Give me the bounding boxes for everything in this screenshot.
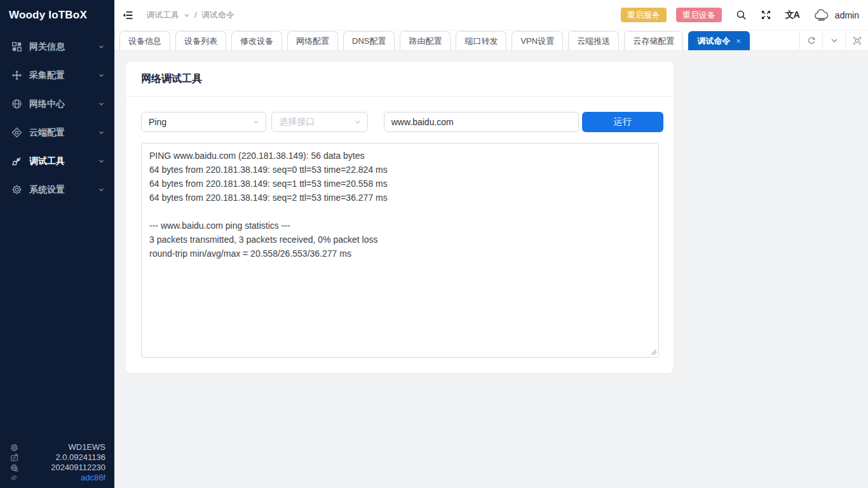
collect-icon (11, 70, 22, 81)
network-icon (11, 98, 22, 109)
sidebar-menu: 网关信息 采集配置 网络中心 云端配置 调试工具 (0, 30, 114, 204)
sidebar-item-label: 网关信息 (29, 41, 98, 53)
firmware-version: 2.0.09241136 (24, 452, 105, 463)
breadcrumb-separator: / (194, 10, 197, 20)
tab-controls (799, 30, 868, 50)
cloud-config-icon (11, 127, 22, 138)
debug-icon (11, 156, 22, 166)
tab-route-config[interactable]: 路由配置 (400, 31, 451, 50)
device-info-footer: WD1EWS 2.0.09241136 202409112230 adc86f (0, 442, 114, 483)
restart-device-button[interactable]: 重启设备 (676, 8, 722, 22)
menu-fold-icon[interactable] (122, 10, 133, 21)
chevron-down-icon (98, 158, 105, 165)
sidebar-item-debug-tools[interactable]: 调试工具 (0, 147, 114, 175)
interface-select[interactable]: 选择接口 (271, 112, 367, 132)
build-number: 202409112230 (24, 463, 105, 473)
command-select[interactable]: Ping (141, 112, 266, 132)
sidebar-item-system-settings[interactable]: 系统设置 (0, 175, 114, 204)
avatar[interactable] (813, 7, 829, 23)
tab-dns-config[interactable]: DNS配置 (343, 31, 395, 50)
tab-device-list[interactable]: 设备列表 (175, 31, 226, 50)
device-model-row: WD1EWS (10, 442, 105, 452)
sidebar-item-cloud-config[interactable]: 云端配置 (0, 118, 114, 147)
tab-cloud-push[interactable]: 云端推送 (568, 31, 619, 50)
build-icon (10, 464, 18, 472)
search-icon[interactable] (736, 10, 747, 20)
fingerprint-icon (10, 474, 18, 482)
chevron-down-icon (252, 118, 260, 126)
top-header: 调试工具 / 调试命令 重启服务 重启设备 文A admin (114, 0, 868, 30)
build-number-row: 202409112230 (10, 463, 105, 473)
device-id-row: adc86f (10, 473, 105, 483)
chevron-down-icon (98, 186, 105, 193)
username[interactable]: admin (835, 10, 859, 20)
close-icon[interactable]: × (736, 36, 741, 46)
tab-port-forward[interactable]: 端口转发 (456, 31, 506, 50)
breadcrumb-current: 调试命令 (201, 10, 234, 21)
chevron-down-icon (354, 118, 362, 126)
breadcrumb-parent[interactable]: 调试工具 (146, 10, 179, 21)
interface-select-placeholder: 选择接口 (279, 116, 315, 128)
sidebar-item-network-center[interactable]: 网络中心 (0, 90, 114, 118)
tab-label: 调试命令 (697, 36, 730, 47)
run-button[interactable]: 运行 (582, 112, 663, 132)
sidebar: Woody IoTBoX 网关信息 采集配置 网络中心 云端配置 (0, 0, 114, 488)
command-select-value: Ping (149, 117, 166, 127)
chevron-down-icon[interactable] (184, 12, 190, 18)
sidebar-item-gateway-info[interactable]: 网关信息 (0, 32, 114, 61)
network-debug-card: 网络调试工具 Ping 选择接口 运行 (126, 62, 674, 373)
device-model: WD1EWS (24, 442, 105, 452)
sidebar-item-label: 云端配置 (29, 127, 98, 139)
chevron-down-icon[interactable] (822, 30, 845, 50)
chip-icon (10, 444, 18, 452)
app-logo: Woody IoTBoX (0, 0, 114, 30)
tab-debug-command-active[interactable]: 调试命令 × (688, 31, 750, 50)
firmware-version-row: 2.0.09241136 (10, 452, 105, 463)
output-wrapper: PING www.baidu.com (220.181.38.149): 56 … (141, 143, 659, 358)
card-header: 网络调试工具 (126, 62, 674, 97)
refresh-icon[interactable] (799, 30, 822, 50)
sidebar-item-label: 调试工具 (29, 156, 98, 167)
maximize-icon[interactable] (845, 30, 868, 50)
ping-output[interactable]: PING www.baidu.com (220.181.38.149): 56 … (141, 143, 659, 358)
main-area: 调试工具 / 调试命令 重启服务 重启设备 文A admin 设备信息 设备列表… (114, 0, 868, 488)
chevron-down-icon (98, 72, 105, 79)
grid-icon (11, 41, 22, 52)
card-body: Ping 选择接口 运行 PING www.baidu.com (220.181… (126, 97, 674, 373)
sidebar-item-collect-config[interactable]: 采集配置 (0, 61, 114, 90)
translate-icon[interactable]: 文A (785, 10, 799, 21)
tab-vpn-settings[interactable]: VPN设置 (512, 31, 563, 50)
app-window: Woody IoTBoX 网关信息 采集配置 网络中心 云端配置 (0, 0, 868, 488)
chevron-down-icon (98, 43, 105, 50)
tab-bar: 设备信息 设备列表 修改设备 网络配置 DNS配置 路由配置 端口转发 VPN设… (114, 30, 868, 51)
target-input[interactable] (384, 112, 579, 132)
fullscreen-icon[interactable] (761, 10, 771, 20)
version-icon (10, 454, 18, 462)
chevron-down-icon (98, 100, 105, 107)
restart-service-button[interactable]: 重启服务 (621, 8, 667, 22)
debug-form: Ping 选择接口 运行 (141, 112, 663, 132)
tab-device-info[interactable]: 设备信息 (119, 31, 170, 50)
page-title: 网络调试工具 (141, 72, 202, 86)
content-area: 网络调试工具 Ping 选择接口 运行 (114, 51, 868, 488)
sidebar-item-label: 采集配置 (29, 70, 98, 81)
resize-grip-icon[interactable] (650, 348, 657, 355)
tab-network-config[interactable]: 网络配置 (287, 31, 338, 50)
tab-cloud-storage-config[interactable]: 云存储配置 (624, 31, 683, 50)
device-id-link[interactable]: adc86f (24, 473, 105, 483)
chevron-down-icon (98, 129, 105, 136)
sidebar-item-label: 网络中心 (29, 98, 98, 110)
tab-modify-device[interactable]: 修改设备 (231, 31, 282, 50)
settings-icon (11, 184, 22, 195)
breadcrumb: 调试工具 / 调试命令 (146, 10, 234, 21)
sidebar-item-label: 系统设置 (29, 184, 98, 196)
